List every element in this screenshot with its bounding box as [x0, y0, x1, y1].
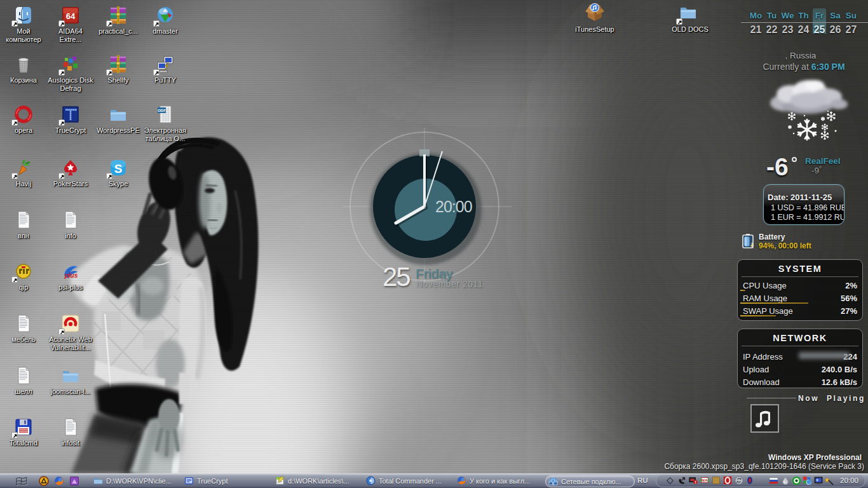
svg-text:64: 64: [66, 11, 76, 21]
svg-text:ODF: ODF: [158, 109, 166, 112]
svg-text:plus: plus: [64, 272, 78, 279]
svg-text:20:00: 20:00: [435, 198, 472, 215]
svg-text:N/A: N/A: [702, 478, 708, 482]
svg-text:S: S: [114, 162, 123, 175]
